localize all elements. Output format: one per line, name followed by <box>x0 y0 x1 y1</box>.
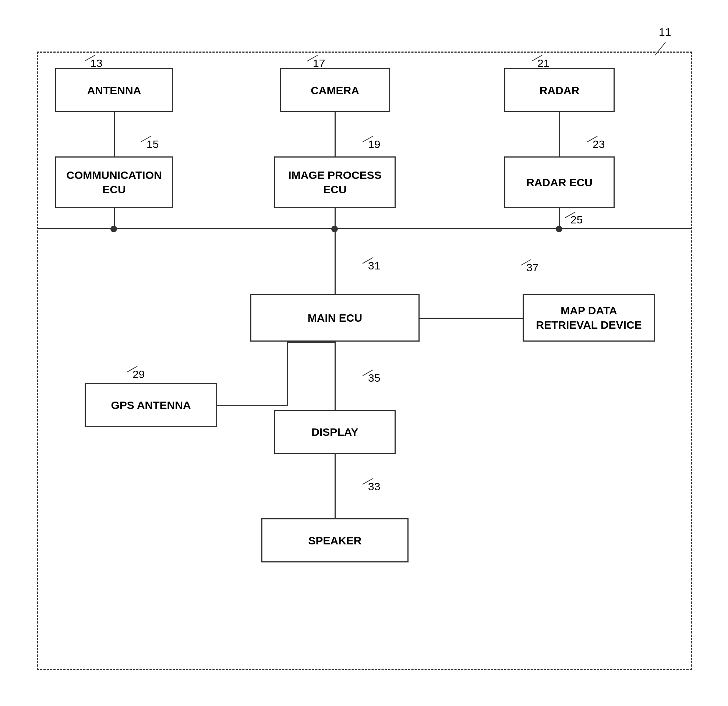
vline-camera-image <box>335 112 336 156</box>
hline-main-left <box>287 342 335 343</box>
ref-21: 21 <box>537 57 549 69</box>
ref-11: 11 <box>659 26 671 38</box>
ref-13: 13 <box>90 57 102 69</box>
vline-display-speaker <box>335 454 336 518</box>
hline-mainecu-map <box>420 318 523 319</box>
camera-box: CAMERA <box>280 68 390 112</box>
ref-19: 19 <box>368 138 380 150</box>
image-ecu-box: IMAGE PROCESSECU <box>274 156 396 208</box>
diagram-container: 11 13 ANTENNA 15 COMMUNICATIONECU 17 CAM… <box>22 22 706 685</box>
ref-37: 37 <box>526 261 539 274</box>
ref-35: 35 <box>368 372 380 384</box>
ref-33: 33 <box>368 480 380 493</box>
ref-31: 31 <box>368 260 380 272</box>
speaker-box: SPEAKER <box>261 518 409 562</box>
bus-line <box>37 228 692 229</box>
radar-ecu-box: RADAR ECU <box>504 156 615 208</box>
ref-15: 15 <box>146 138 159 150</box>
antenna-box: ANTENNA <box>55 68 173 112</box>
dot-radar <box>556 226 562 232</box>
gps-antenna-box: GPS ANTENNA <box>85 383 217 427</box>
comm-ecu-box: COMMUNICATIONECU <box>55 156 173 208</box>
vline-main-display <box>335 342 336 410</box>
ref-17: 17 <box>313 57 325 69</box>
radar-box: RADAR <box>504 68 615 112</box>
vline-antenna-comm <box>114 112 115 156</box>
map-device-box: MAP DATARETRIEVAL DEVICE <box>523 294 655 342</box>
ref-29: 29 <box>133 368 144 381</box>
main-ecu-box: MAIN ECU <box>250 294 420 342</box>
display-box: DISPLAY <box>274 410 396 454</box>
ref-25: 25 <box>571 214 583 226</box>
vline-radar-radarecu <box>559 112 560 156</box>
ref-23: 23 <box>592 138 605 150</box>
dot-comm <box>110 226 117 232</box>
vline-gps-vert <box>287 342 288 405</box>
hline-gps-main <box>217 405 288 406</box>
vline-bus-mainecu <box>335 229 336 294</box>
